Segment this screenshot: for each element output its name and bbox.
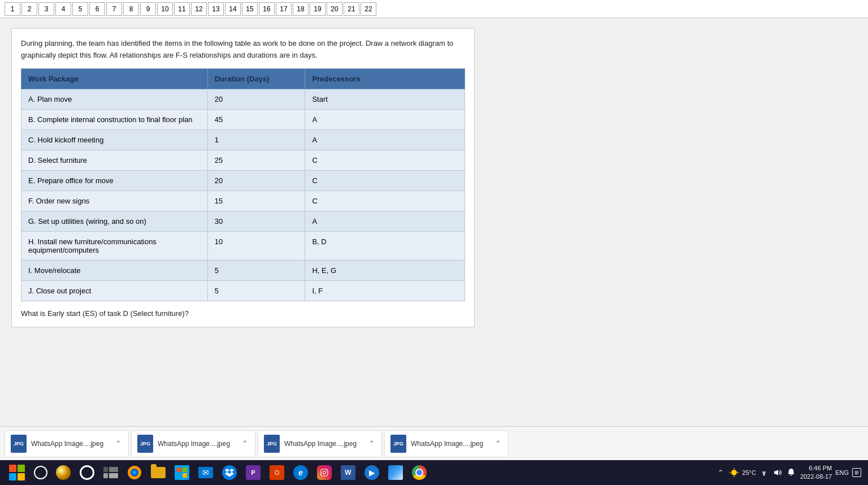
- logo-sq-yellow: [18, 473, 25, 480]
- page-btn-1[interactable]: 1: [5, 2, 20, 16]
- page-btn-13[interactable]: 13: [208, 2, 224, 16]
- volume-icon[interactable]: [772, 467, 783, 478]
- predecessors-cell: C: [305, 150, 465, 170]
- page-btn-20[interactable]: 20: [327, 2, 342, 16]
- page-btn-21[interactable]: 21: [344, 2, 359, 16]
- work-package-cell: F. Order new signs: [21, 190, 208, 211]
- predecessors-cell: C: [305, 190, 465, 211]
- download-item-2[interactable]: JPG WhatsApp Image....jpeg ⌃: [131, 430, 255, 457]
- page-btn-19[interactable]: 19: [310, 2, 326, 16]
- table-row: D. Select furniture25C: [21, 150, 465, 170]
- col-header-predecessors: Predecessors: [305, 68, 465, 89]
- work-table: Work Package Duration (Days) Predecessor…: [21, 68, 465, 301]
- predecessors-cell: C: [305, 170, 465, 190]
- table-row: G. Set up utilities (wiring, and so on)3…: [21, 211, 465, 231]
- page-btn-5[interactable]: 5: [72, 2, 88, 16]
- page-btn-8[interactable]: 8: [123, 2, 139, 16]
- taskbar-app-purple[interactable]: P: [242, 461, 264, 484]
- duration-cell: 25: [207, 150, 305, 170]
- download-chevron-4[interactable]: ⌃: [493, 439, 502, 448]
- taskbar-app-paint[interactable]: [52, 461, 75, 484]
- edge-icon: e: [293, 465, 308, 480]
- page-btn-16[interactable]: 16: [259, 2, 275, 16]
- page-btn-7[interactable]: 7: [106, 2, 122, 16]
- download-item-1[interactable]: JPG WhatsApp Image....jpeg ⌃: [5, 430, 129, 457]
- table-row: B. Complete internal construction to fin…: [21, 109, 465, 129]
- network-icon[interactable]: [758, 467, 770, 478]
- taskbar-clock[interactable]: 6:46 PM 2022-08-17: [800, 464, 832, 482]
- download-chevron-2[interactable]: ⌃: [240, 439, 249, 448]
- taskbar-app-widgets[interactable]: [99, 461, 122, 484]
- taskbar-app-folder[interactable]: [147, 461, 170, 484]
- download-name-3: WhatsApp Image....jpeg: [284, 440, 357, 448]
- download-item-3[interactable]: JPG WhatsApp Image....jpeg ⌃: [258, 430, 382, 457]
- taskbar-search[interactable]: [34, 466, 47, 479]
- duration-cell: 1: [207, 129, 305, 150]
- work-package-cell: A. Plan move: [21, 89, 208, 109]
- start-button[interactable]: [2, 461, 32, 484]
- action-center-icon[interactable]: ⊞: [852, 468, 861, 477]
- download-chevron-3[interactable]: ⌃: [367, 439, 376, 448]
- download-info-2: WhatsApp Image....jpeg: [158, 440, 230, 448]
- folder-icon: [151, 467, 166, 478]
- question-container: During planning, the team has identified…: [11, 28, 475, 327]
- page-btn-12[interactable]: 12: [191, 2, 207, 16]
- taskbar-app-instagram[interactable]: [313, 461, 336, 484]
- file-icon-1: JPG: [11, 435, 27, 453]
- search-icon[interactable]: [34, 466, 47, 479]
- download-info-1: WhatsApp Image....jpeg: [31, 440, 103, 448]
- download-info-4: WhatsApp Image....jpeg: [411, 440, 483, 448]
- tray-expand-icon[interactable]: ⌃: [715, 467, 726, 478]
- taskbar-app-arrow[interactable]: ▶: [361, 461, 383, 484]
- page-btn-18[interactable]: 18: [293, 2, 309, 16]
- duration-cell: 20: [207, 170, 305, 190]
- mail-icon: ✉: [198, 467, 213, 478]
- taskbar-app-windows-store[interactable]: [171, 461, 193, 484]
- work-package-cell: E. Prepare office for move: [21, 170, 208, 190]
- notification-icon[interactable]: [785, 467, 797, 478]
- page-btn-11[interactable]: 11: [174, 2, 190, 16]
- taskbar-app-chrome[interactable]: [408, 461, 431, 484]
- page-btn-3[interactable]: 3: [38, 2, 54, 16]
- table-row: F. Order new signs15C: [21, 190, 465, 211]
- taskbar-app-office[interactable]: O: [266, 461, 288, 484]
- predecessors-cell: A: [305, 129, 465, 150]
- taskbar-app-word[interactable]: W: [337, 461, 359, 484]
- work-package-cell: B. Complete internal construction to fin…: [21, 109, 208, 129]
- page-btn-17[interactable]: 17: [276, 2, 292, 16]
- duration-cell: 5: [207, 260, 305, 280]
- duration-cell: 10: [207, 231, 305, 260]
- download-item-4[interactable]: JPG WhatsApp Image....jpeg ⌃: [384, 430, 509, 457]
- taskbar-app-dropbox[interactable]: [218, 461, 241, 484]
- table-row: I. Move/relocate5H, E, G: [21, 260, 465, 280]
- taskbar-app-edge[interactable]: e: [289, 461, 312, 484]
- page-btn-22[interactable]: 22: [361, 2, 376, 16]
- page-btn-2[interactable]: 2: [21, 2, 37, 16]
- duration-cell: 5: [207, 280, 305, 301]
- page-btn-10[interactable]: 10: [157, 2, 173, 16]
- download-chevron-1[interactable]: ⌃: [114, 439, 123, 448]
- logo-sq-green: [18, 465, 25, 472]
- weather-icon: [728, 467, 740, 478]
- table-row: H. Install new furniture/communications …: [21, 231, 465, 260]
- taskbar-app-firefox[interactable]: [123, 461, 146, 484]
- predecessors-cell: A: [305, 109, 465, 129]
- page-btn-6[interactable]: 6: [89, 2, 105, 16]
- taskbar-app-photos[interactable]: [384, 461, 407, 484]
- file-icon-3: JPG: [264, 435, 280, 453]
- page-btn-14[interactable]: 14: [225, 2, 241, 16]
- col-header-duration: Duration (Days): [207, 68, 305, 89]
- taskbar-app-mail[interactable]: ✉: [194, 461, 217, 484]
- question-intro: During planning, the team has identified…: [21, 38, 465, 62]
- taskbar-app-task-view[interactable]: [76, 461, 98, 484]
- download-name-1: WhatsApp Image....jpeg: [31, 440, 103, 448]
- work-package-cell: C. Hold kickoff meeting: [21, 129, 208, 150]
- page-btn-15[interactable]: 15: [242, 2, 258, 16]
- logo-sq-blue: [9, 473, 16, 480]
- page-btn-4[interactable]: 4: [55, 2, 71, 16]
- predecessors-cell: I, F: [305, 280, 465, 301]
- office-icon: O: [270, 465, 284, 480]
- page-btn-9[interactable]: 9: [140, 2, 156, 16]
- instagram-icon: [317, 465, 332, 480]
- svg-point-11: [731, 470, 737, 475]
